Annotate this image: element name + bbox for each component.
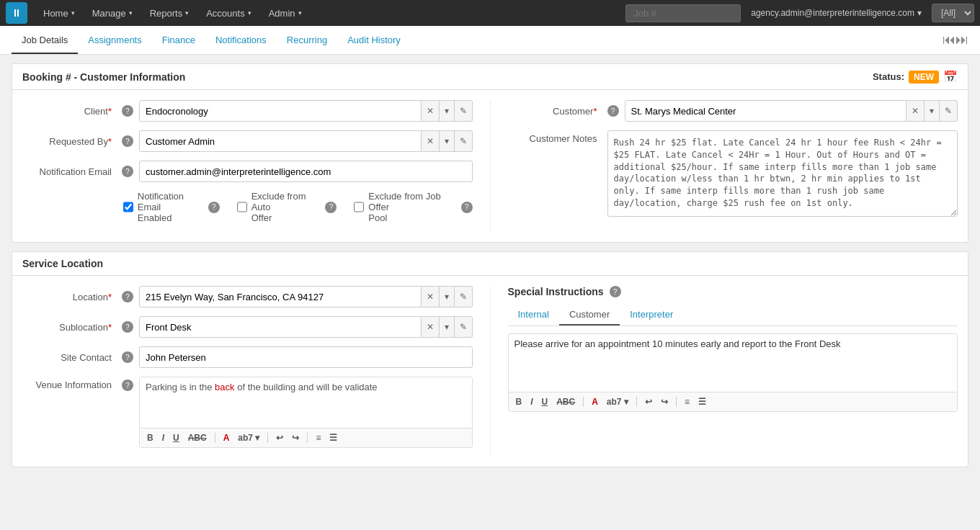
customer-input[interactable] [625, 100, 907, 122]
exclude-auto-offer-item: Exclude from AutoOffer ? [237, 191, 337, 223]
location-input[interactable] [139, 286, 422, 307]
si-editor-content[interactable]: Please arrive for an appointment 10 minu… [509, 334, 958, 392]
notification-email-label: Notification Email [22, 166, 116, 177]
exclude-job-offer-pool-item: Exclude from Job OfferPool ? [354, 191, 472, 223]
si-tab-interpreter[interactable]: Interpreter [620, 305, 683, 325]
customer-help-icon[interactable]: ? [607, 105, 619, 117]
tab-notifications[interactable]: Notifications [205, 27, 277, 54]
tab-finance[interactable]: Finance [152, 27, 205, 54]
venue-undo-btn[interactable]: ↩ [273, 431, 286, 444]
venue-list-ul-btn[interactable]: ≡ [313, 431, 324, 444]
customer-dropdown-btn[interactable]: ▾ [925, 100, 940, 122]
sublocation-dropdown-btn[interactable]: ▾ [440, 316, 455, 338]
notification-email-enabled-item: Notification EmailEnabled ? [123, 191, 220, 223]
nav-accounts[interactable]: Accounts ▾ [199, 4, 258, 23]
si-strikethrough-btn[interactable]: ABC [553, 395, 578, 408]
notification-email-enabled-label: Notification EmailEnabled [138, 191, 204, 223]
exclude-auto-offer-help-icon[interactable]: ? [325, 202, 337, 213]
tab-audit-history[interactable]: Audit History [337, 27, 411, 54]
venue-fontcolor-btn[interactable]: A [220, 431, 233, 444]
si-highlight-btn[interactable]: ab7 ▾ [604, 395, 631, 408]
requested-by-edit-btn[interactable]: ✎ [455, 130, 473, 152]
tab-nav-icons[interactable]: ⏮⏭ [943, 32, 968, 48]
nav-home[interactable]: Home ▾ [36, 4, 82, 23]
venue-content[interactable]: Parking is in the back of the building a… [140, 377, 472, 428]
site-contact-row: Site Contact ? [22, 346, 473, 368]
location-input-group: ✕ ▾ ✎ [139, 286, 473, 307]
exclude-job-offer-pool-checkbox[interactable] [354, 202, 364, 212]
venue-redo-btn[interactable]: ↪ [289, 431, 302, 444]
venue-italic-btn[interactable]: I [159, 431, 167, 444]
agency-dropdown[interactable]: [All] [932, 4, 974, 22]
notification-enabled-help-icon[interactable]: ? [208, 202, 220, 213]
si-title: Special Instructions [508, 286, 604, 297]
si-list-ul-btn[interactable]: ≡ [682, 395, 692, 408]
notification-email-help-icon[interactable]: ? [122, 166, 133, 177]
tab-job-details[interactable]: Job Details [12, 27, 78, 54]
sublocation-edit-btn[interactable]: ✎ [455, 316, 473, 338]
venue-sep2 [267, 433, 268, 443]
sublocation-clear-btn[interactable]: ✕ [422, 316, 440, 338]
si-list-ol-btn[interactable]: ☰ [695, 395, 709, 408]
top-nav: II Home ▾ Manage ▾ Reports ▾ Accounts ▾ … [0, 0, 980, 26]
venue-sep3 [307, 433, 308, 443]
service-left: Location* ? ✕ ▾ ✎ Sublocation* ? [22, 286, 473, 457]
client-clear-btn[interactable]: ✕ [422, 100, 440, 122]
venue-highlight-btn[interactable]: ab7 ▾ [235, 431, 262, 444]
site-contact-input[interactable] [139, 346, 473, 368]
si-bold-btn[interactable]: B [513, 395, 525, 408]
sublocation-help-icon[interactable]: ? [122, 321, 133, 333]
nav-reports[interactable]: Reports ▾ [143, 4, 197, 23]
requested-by-dropdown-btn[interactable]: ▾ [440, 130, 455, 152]
client-help-icon[interactable]: ? [122, 105, 133, 117]
notification-email-enabled-checkbox[interactable] [123, 202, 133, 212]
requested-by-label: Requested By* [22, 136, 116, 147]
si-undo-btn[interactable]: ↩ [642, 395, 655, 408]
location-clear-btn[interactable]: ✕ [422, 286, 440, 307]
si-italic-btn[interactable]: I [527, 395, 535, 408]
customer-notes-row: Customer Notes Rush 24 hr $25 flat. Late… [508, 130, 958, 217]
si-fontcolor-btn[interactable]: A [589, 395, 601, 408]
booking-left: Client* ? ✕ ▾ ✎ Requested By* ? [22, 100, 473, 232]
venue-underline-btn[interactable]: U [170, 431, 182, 444]
venue-list-ol-btn[interactable]: ☰ [326, 431, 340, 444]
venue-bold-btn[interactable]: B [144, 431, 156, 444]
site-contact-label: Site Contact [22, 352, 116, 363]
venue-information-label: Venue Information [22, 377, 116, 390]
tab-recurring[interactable]: Recurring [277, 27, 337, 54]
location-dropdown-btn[interactable]: ▾ [440, 286, 455, 307]
client-row: Client* ? ✕ ▾ ✎ [22, 100, 473, 122]
client-input[interactable] [139, 100, 422, 122]
location-help-icon[interactable]: ? [122, 291, 133, 302]
requested-by-input[interactable] [139, 130, 422, 152]
customer-notes-textarea[interactable]: Rush 24 hr $25 flat. Late Cancel 24 hr 1… [607, 130, 958, 217]
venue-strikethrough-btn[interactable]: ABC [185, 431, 210, 444]
customer-clear-btn[interactable]: ✕ [906, 100, 925, 122]
tab-assignments[interactable]: Assignments [78, 27, 151, 54]
si-underline-btn[interactable]: U [539, 395, 551, 408]
exclude-job-offer-pool-help-icon[interactable]: ? [461, 202, 473, 213]
customer-edit-btn[interactable]: ✎ [940, 100, 958, 122]
si-tab-internal[interactable]: Internal [508, 305, 559, 325]
client-dropdown-btn[interactable]: ▾ [440, 100, 455, 122]
si-tab-customer[interactable]: Customer [559, 305, 620, 325]
exclude-auto-offer-checkbox[interactable] [237, 202, 247, 212]
nav-manage[interactable]: Manage ▾ [85, 4, 140, 23]
requested-by-clear-btn[interactable]: ✕ [422, 130, 440, 152]
si-help-icon[interactable]: ? [610, 286, 621, 297]
requested-by-row: Requested By* ? ✕ ▾ ✎ [22, 130, 473, 152]
requested-by-help-icon[interactable]: ? [122, 135, 133, 147]
si-sep2 [636, 397, 637, 407]
sublocation-input[interactable] [139, 316, 422, 338]
site-contact-help-icon[interactable]: ? [122, 351, 133, 363]
nav-admin[interactable]: Admin ▾ [262, 4, 309, 23]
client-edit-btn[interactable]: ✎ [455, 100, 473, 122]
si-toolbar: B I U ABC A ab7 ▾ ↩ ↪ ≡ ☰ [509, 392, 958, 411]
customer-label: Customer* [508, 106, 602, 117]
location-edit-btn[interactable]: ✎ [455, 286, 473, 307]
venue-help-icon[interactable]: ? [122, 379, 133, 391]
job-search-input[interactable] [625, 4, 741, 22]
si-redo-btn[interactable]: ↪ [658, 395, 671, 408]
calendar-icon[interactable]: 📅 [943, 70, 958, 84]
notification-email-input[interactable] [139, 161, 473, 182]
